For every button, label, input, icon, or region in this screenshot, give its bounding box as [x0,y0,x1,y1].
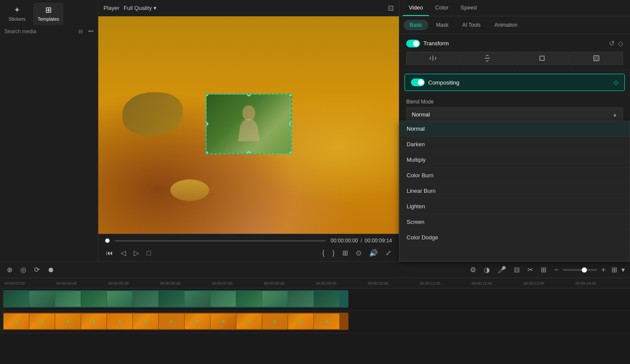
track-thumb-2l: ⊞ [288,314,314,329]
track-thumb-1m [314,291,340,307]
tl-add-button[interactable]: ⊕ [5,265,14,275]
track-thumb-1c [55,291,81,307]
blend-option-multiply[interactable]: Multiply [400,152,630,168]
transform-toggle[interactable] [406,40,420,47]
track-thumb-2h: ⊞ [185,314,210,329]
zoom-plus-button[interactable]: + [600,265,607,275]
handle-bl[interactable] [206,151,208,154]
grid-button[interactable]: ⊞ [611,266,617,274]
sub-tab-animation[interactable]: Animation [488,20,523,30]
track-thumb-2k: ⊞ [262,314,288,329]
transform-flip-v-btn[interactable] [461,52,514,65]
zoom-minus-button[interactable]: − [552,265,560,275]
track-2-label [0,311,3,333]
zoom-thumb[interactable] [582,267,587,273]
compositing-toggle[interactable] [411,78,425,86]
track-thumb-1g [159,291,185,307]
track-strip-2[interactable]: ⊞ ⊞ ⊞ ⊞ ⊞ ⊞ ⊞ ⊞ ⊞ ⊞ ⊞ ⊞ ⊞ [3,313,348,330]
transform-icons-row [406,52,623,65]
sidebar-tab-templates[interactable]: ⊞ Templates [33,3,63,25]
more-icon[interactable]: ••• [88,28,94,35]
tl-circle-button[interactable]: ◎ [19,265,28,275]
play-button[interactable]: ▷ [133,248,140,258]
blend-mode-select[interactable]: Normal ▲ [406,107,623,122]
tl-cut-button[interactable]: ✂ [526,265,535,275]
track-2-content[interactable]: ⊞ ⊞ ⊞ ⊞ ⊞ ⊞ ⊞ ⊞ ⊞ ⊞ ⊞ ⊞ ⊞ [3,311,630,333]
zoom-track[interactable] [563,269,597,271]
frame-icon[interactable]: ⊡ [388,4,394,12]
progress-bar-row: 00:00:00:00 / 00:00:09:14 [105,234,392,245]
current-time: 00:00:00:00 [331,238,358,244]
track-thumb-2f: ⊞ [133,314,159,329]
back-button[interactable]: ⏮ [105,248,114,258]
blend-option-screen[interactable]: Screen [400,214,630,230]
sub-tab-ai-tools[interactable]: AI Tools [456,20,486,30]
tl-caption-button[interactable]: ⊞ [539,265,548,275]
track-thumb-1l [288,291,314,307]
filter-icon[interactable]: ⊟ [78,28,83,35]
tl-record-button[interactable]: ⏺ [46,265,56,275]
handle-tr[interactable] [289,94,292,96]
blend-option-colordodge[interactable]: Color Dodge [400,230,630,245]
panel-tab-video[interactable]: Video [403,0,429,16]
transform-section: Transform ↺ ◇ [399,34,630,70]
ruler-mark-3: 00:00:06:00 [159,281,211,286]
timeline-tracks: ⊞ ⊞ ⊞ ⊞ ⊞ ⊞ ⊞ ⊞ ⊞ ⊞ ⊞ ⊞ ⊞ [0,289,630,364]
transform-flip-h-btn[interactable] [406,52,460,65]
handle-br[interactable] [289,151,292,154]
sidebar-search-row: Search media ⊟ ••• [0,25,98,38]
transform-crop-btn[interactable] [515,52,569,65]
timeline-toolbar: ⊕ ◎ ⟳ ⏺ ⚙ ◑ 🎤 ⊟ ✂ ⊞ − + ⊞ ▾ [0,262,630,278]
progress-track[interactable] [115,240,326,242]
track-1-content[interactable] [3,289,630,311]
track-thumb-1b [29,291,55,307]
handle-bc[interactable] [247,151,251,154]
tl-mic-button[interactable]: 🎤 [496,265,508,275]
expand-button[interactable]: ⤢ [385,248,392,258]
pillow-decoration [122,92,183,135]
sub-tabs: Basic Mask AI Tools Animation [399,16,630,34]
quality-select[interactable]: Full Quality ▾ [124,5,157,11]
ruler-mark-0: 00:00:03:00 [3,281,55,286]
stop-button[interactable]: □ [146,248,152,258]
tl-undo-button[interactable]: ⟳ [32,265,41,275]
track-2: ⊞ ⊞ ⊞ ⊞ ⊞ ⊞ ⊞ ⊞ ⊞ ⊞ ⊞ ⊞ ⊞ [0,311,630,333]
blend-option-darken[interactable]: Darken [400,137,630,152]
panel-tab-speed[interactable]: Speed [454,0,483,16]
total-time: 00:00:09:14 [365,238,392,244]
sidebar-tab-stickers[interactable]: ✦ Stickers [4,3,30,25]
sub-tab-mask[interactable]: Mask [430,20,454,30]
expand-timeline-button[interactable]: ▾ [621,266,625,274]
transform-reset-btn[interactable]: ↺ [609,39,614,47]
crop-icon [539,55,545,62]
tl-track-button[interactable]: ⊟ [512,265,521,275]
blend-option-linearburn[interactable]: Linear Burn [400,183,630,199]
track-thumb-2e: ⊞ [107,314,133,329]
prev-frame-button[interactable]: ◁ [120,248,127,258]
compositing-diamond-icon[interactable]: ◇ [614,79,618,86]
tl-settings-button[interactable]: ⚙ [468,265,478,275]
mark-in-button[interactable]: { [321,248,325,258]
transform-resize-btn[interactable] [570,52,623,65]
fullscreen-button[interactable]: ⊞ [342,248,349,258]
track-strip-1[interactable] [3,290,348,308]
blend-option-lighten[interactable]: Lighten [400,199,630,214]
tl-shield-button[interactable]: ◑ [482,265,492,275]
handle-mr[interactable] [289,122,292,126]
flip-v-icon [484,55,491,62]
blend-mode-value: Normal [412,111,430,118]
transform-diamond-btn[interactable]: ◇ [618,39,623,47]
compositing-header: Compositing ◇ [411,78,618,86]
inner-video-frame[interactable] [206,94,292,154]
mark-out-button[interactable]: } [332,248,335,258]
track-thumb-1d [81,291,107,307]
ruler-mark-9: 00:00:12:00 [471,281,523,286]
blend-option-normal[interactable]: Normal [400,121,630,137]
volume-button[interactable]: 🔊 [368,248,379,258]
player-toolbar: Player Full Quality ▾ ⊡ [98,0,399,16]
blend-option-colorburn[interactable]: Color Burn [400,168,630,183]
sub-tab-basic[interactable]: Basic [404,20,428,30]
panel-tab-color[interactable]: Color [429,0,454,16]
progress-handle[interactable] [105,238,110,243]
screenshot-button[interactable]: ⊙ [355,248,362,258]
